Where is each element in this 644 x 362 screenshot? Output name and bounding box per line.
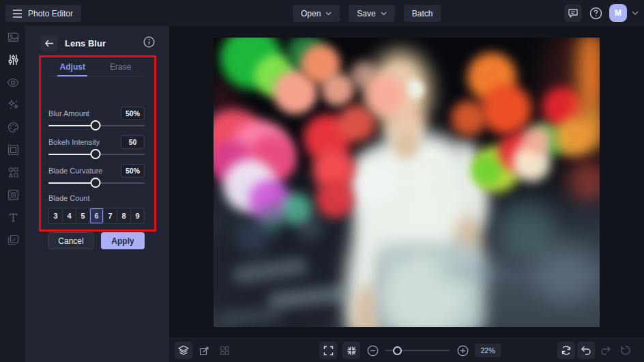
- overlays-icon: [8, 234, 19, 246]
- bokeh-blob: [471, 155, 502, 186]
- rail-edit-image[interactable]: [0, 26, 26, 48]
- zoom-slider[interactable]: [385, 346, 450, 355]
- rail-text[interactable]: [0, 206, 26, 229]
- bokeh-intensity-slider[interactable]: [48, 149, 145, 160]
- frames-icon: [8, 144, 19, 156]
- blade-curvature-label: Blade Curvature: [48, 167, 103, 175]
- cancel-button[interactable]: Cancel: [48, 232, 93, 249]
- text-tool-icon: [8, 212, 18, 223]
- reset-button[interactable]: [617, 342, 634, 359]
- zoom-slider-handle[interactable]: [393, 346, 402, 355]
- bokeh-blob: [576, 38, 600, 113]
- slider-handle[interactable]: [91, 120, 101, 130]
- info-button[interactable]: [143, 36, 155, 51]
- blade-curvature-row: Blade Curvature 50%: [48, 163, 145, 178]
- zoom-in-icon: [457, 345, 469, 357]
- panel-header: Lens Blur: [26, 33, 169, 53]
- main-menu-button[interactable]: Photo Editor: [5, 5, 81, 22]
- save-button[interactable]: Save: [349, 5, 394, 22]
- layers-button[interactable]: [175, 342, 192, 359]
- bokeh-blob: [321, 73, 354, 106]
- feedback-chat-icon: [568, 8, 579, 18]
- blade-count-7[interactable]: 7: [104, 208, 117, 223]
- layers-icon: [178, 345, 189, 356]
- fit-screen-icon: [347, 346, 357, 356]
- zoom-out-button[interactable]: [366, 342, 379, 359]
- templates-grid-icon: [220, 346, 230, 356]
- lens-blur-panel: Lens Blur Adjust Erase Blur Amount 50% B…: [26, 26, 169, 362]
- bokeh-blob: [392, 102, 424, 134]
- rail-touch-up[interactable]: [0, 71, 26, 94]
- blade-count-label: Blade Count: [48, 194, 90, 202]
- blur-amount-slider[interactable]: [48, 120, 145, 131]
- fit-screen-button[interactable]: [342, 342, 360, 359]
- rail-artsy[interactable]: [0, 116, 26, 139]
- templates-button[interactable]: [216, 342, 233, 359]
- redo-button[interactable]: [597, 342, 615, 359]
- bokeh-blob: [439, 263, 500, 281]
- zoom-percentage[interactable]: 22%: [475, 344, 501, 357]
- blade-count-6[interactable]: 6: [90, 208, 104, 223]
- fullscreen-button[interactable]: [319, 342, 337, 359]
- resize-button[interactable]: [195, 342, 213, 359]
- blade-count-segment: 3 4 5 6 7 8 9: [48, 208, 145, 224]
- blade-count-5[interactable]: 5: [76, 208, 90, 223]
- bokeh-blob: [338, 105, 375, 142]
- rail-overlays[interactable]: [0, 229, 26, 251]
- slider-handle[interactable]: [91, 149, 101, 159]
- rail-adjust[interactable]: [0, 48, 26, 71]
- graphics-shapes-icon: [8, 167, 19, 178]
- feedback-button[interactable]: [564, 4, 582, 22]
- zoom-controls: 22%: [319, 342, 501, 359]
- photo[interactable]: [214, 38, 600, 327]
- bokeh-blob: [481, 84, 531, 135]
- open-button[interactable]: Open: [293, 5, 340, 22]
- reset-history-icon: [620, 345, 631, 356]
- blade-count-8[interactable]: 8: [117, 208, 131, 223]
- edit-image-icon: [8, 31, 19, 43]
- blade-curvature-slider[interactable]: [48, 178, 145, 189]
- batch-button[interactable]: Batch: [404, 5, 441, 22]
- photo-editor-window: Photo Editor Open Save Batch M: [0, 0, 644, 362]
- apply-button[interactable]: Apply: [101, 232, 145, 249]
- blade-count-3[interactable]: 3: [49, 208, 63, 223]
- zoom-out-icon: [367, 345, 379, 357]
- undo-button[interactable]: [577, 342, 595, 359]
- panel-actions: Cancel Apply: [48, 232, 145, 249]
- panel-content: Adjust Erase Blur Amount 50% Bokeh Inten…: [48, 52, 145, 346]
- chevron-down-icon: [381, 12, 387, 16]
- undo-icon: [581, 346, 591, 355]
- tab-erase[interactable]: Erase: [97, 60, 145, 76]
- help-button[interactable]: [587, 4, 604, 22]
- bokeh-intensity-value[interactable]: 50: [121, 135, 145, 149]
- bokeh-blob: [522, 125, 552, 155]
- compare-button[interactable]: [557, 342, 575, 359]
- user-avatar[interactable]: M: [609, 4, 627, 22]
- help-icon: [589, 7, 602, 20]
- rail-textures[interactable]: [0, 184, 26, 206]
- canvas-area: [169, 26, 644, 337]
- rail-effects[interactable]: [0, 94, 26, 116]
- panel-tabs: Adjust Erase: [48, 60, 145, 76]
- bokeh-blob: [568, 161, 600, 201]
- blade-count-9[interactable]: 9: [131, 208, 144, 223]
- chevron-down-icon: [632, 11, 639, 15]
- account-menu-chevron[interactable]: [632, 11, 639, 15]
- slider-handle[interactable]: [91, 178, 101, 188]
- rail-graphics[interactable]: [0, 161, 26, 184]
- adjust-sliders-icon: [8, 54, 19, 66]
- zoom-in-button[interactable]: [456, 342, 469, 359]
- back-button[interactable]: [41, 35, 57, 51]
- tool-rail: [0, 26, 26, 362]
- artsy-palette-icon: [8, 122, 19, 133]
- chevron-down-icon: [325, 12, 332, 16]
- info-icon: [143, 36, 155, 48]
- tab-adjust[interactable]: Adjust: [48, 60, 97, 76]
- rail-frames[interactable]: [0, 139, 26, 161]
- textures-icon: [8, 189, 19, 201]
- blur-amount-value[interactable]: 50%: [121, 107, 145, 120]
- bokeh-blob: [451, 100, 486, 136]
- bokeh-blob: [534, 242, 596, 304]
- blade-curvature-value[interactable]: 50%: [121, 164, 145, 178]
- blade-count-4[interactable]: 4: [63, 208, 76, 223]
